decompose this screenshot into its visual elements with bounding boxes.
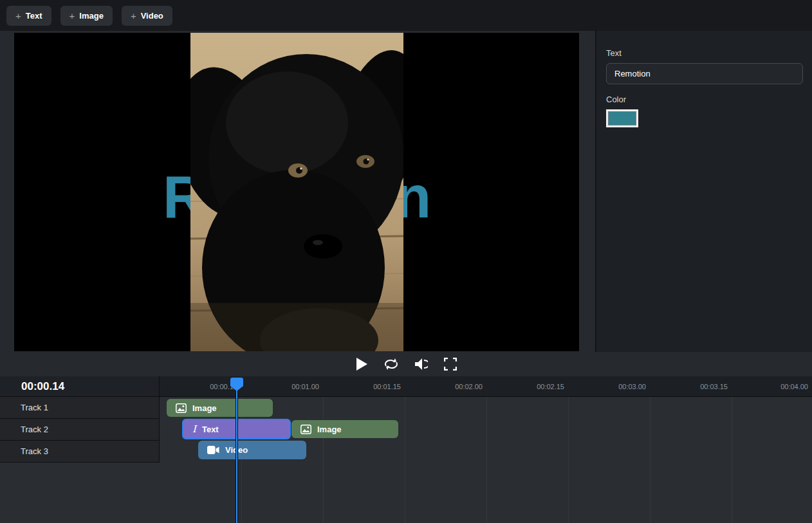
ruler-tick-label: 00:00.15 <box>181 376 237 397</box>
ruler-tick-label: 00:01.15 <box>344 376 401 397</box>
add-text-button[interactable]: +Text <box>6 6 51 26</box>
ruler-tick-label: 00:03.15 <box>671 376 728 397</box>
preview-canvas[interactable]: Remotion <box>14 33 579 351</box>
loop-button[interactable] <box>383 356 400 372</box>
volume-icon <box>414 358 428 371</box>
plus-icon: + <box>15 10 21 21</box>
video-clip[interactable]: Video <box>198 441 306 459</box>
clip-label: Text <box>202 425 219 434</box>
play-icon <box>355 357 368 371</box>
timeline-ruler[interactable]: 00:00.1500:01.0000:01.1500:02.0000:02.15… <box>160 376 812 397</box>
play-button[interactable] <box>353 356 370 372</box>
text-field-label: Text <box>606 48 802 58</box>
ruler-tick-label: 00:04.00 <box>752 376 808 397</box>
playhead-line[interactable] <box>236 384 237 523</box>
button-label: Video <box>141 11 163 21</box>
timeline-gridline <box>323 376 324 523</box>
timeline-gridline <box>650 376 651 523</box>
volume-button[interactable] <box>412 356 429 372</box>
loop-icon <box>383 358 399 371</box>
dog-photo <box>190 33 403 351</box>
plus-icon: + <box>131 10 136 21</box>
timeline-left-column: 00:00.14 Track 1Track 2Track 3 <box>0 376 160 463</box>
timecode-display: 00:00.14 <box>0 376 159 397</box>
color-field-label: Color <box>606 95 802 104</box>
ruler-tick-label: 00:02.00 <box>426 376 483 397</box>
color-picker-swatch[interactable] <box>606 109 638 127</box>
plus-icon: + <box>69 10 75 21</box>
add-video-button[interactable]: +Video <box>122 6 172 26</box>
timeline: 00:00.1500:01.0000:01.1500:02.0000:02.15… <box>0 376 812 523</box>
image-icon <box>300 425 311 434</box>
fullscreen-icon <box>444 358 457 371</box>
clip-label: Image <box>317 425 342 434</box>
track-label-3: Track 3 <box>0 441 159 463</box>
button-label: Text <box>26 11 42 21</box>
playhead-handle[interactable] <box>230 377 244 391</box>
image-clip[interactable]: Image <box>291 420 398 438</box>
track-label-2: Track 2 <box>0 419 159 441</box>
add-image-button[interactable]: +Image <box>60 6 113 26</box>
fullscreen-button[interactable] <box>442 356 459 372</box>
timeline-gridline <box>405 376 405 523</box>
timeline-gridline <box>732 376 732 523</box>
video-icon <box>207 446 219 454</box>
timeline-gridline <box>568 376 569 523</box>
ruler-tick-label: 00:02.15 <box>508 376 564 397</box>
button-label: Image <box>79 11 104 21</box>
transport-bar <box>0 352 812 376</box>
toolbar: +Text+Image+Video <box>0 0 812 31</box>
track-label-1: Track 1 <box>0 397 159 419</box>
clip-label: Image <box>192 403 217 413</box>
color-swatch-fill <box>608 111 636 125</box>
text-input[interactable] <box>606 63 803 84</box>
timeline-gridline <box>486 376 487 523</box>
image-clip[interactable]: Image <box>167 399 273 417</box>
ruler-tick-label: 00:03.00 <box>589 376 646 397</box>
image-icon <box>176 403 187 413</box>
ruler-tick-label: 00:01.00 <box>263 376 319 397</box>
editor-main: Remotion <box>0 31 812 352</box>
inspector-panel: Text Color <box>595 31 812 352</box>
text-icon: I <box>192 423 196 435</box>
